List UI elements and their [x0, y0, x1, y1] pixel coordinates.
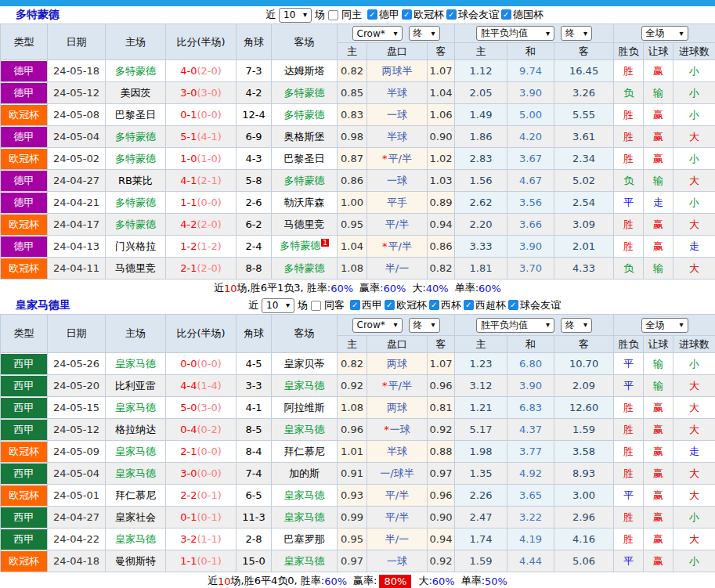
- home-team-cell: 皇家马德: [106, 397, 166, 419]
- checked-checkbox-icon[interactable]: [501, 9, 511, 20]
- away-team-link[interactable]: 勒沃库森: [284, 197, 325, 208]
- league-cell: 德甲: [1, 170, 48, 192]
- recent-count-select[interactable]: 10: [279, 8, 312, 23]
- date-cell: 24-04-17: [48, 214, 106, 236]
- away-team-link[interactable]: 皇家马德: [284, 424, 325, 435]
- outcome-cell: 平: [614, 353, 644, 375]
- home-team-link[interactable]: 多特蒙德: [115, 131, 156, 142]
- avg-home-cell: 2.47: [455, 507, 507, 528]
- away-team-link[interactable]: 多特蒙德: [284, 87, 325, 99]
- away-team-link[interactable]: 皇家贝蒂: [284, 358, 325, 370]
- odds-source-select[interactable]: Crow*: [352, 318, 403, 333]
- home-team-link[interactable]: 多特蒙德: [115, 197, 156, 208]
- away-team-link[interactable]: 阿拉维斯: [284, 402, 325, 413]
- away-team-link[interactable]: 多特蒙德: [284, 262, 325, 274]
- outcome-cell: 平: [614, 375, 644, 397]
- home-team-link[interactable]: 多特蒙德: [115, 65, 156, 77]
- home-team-cell: 美因茨: [106, 82, 166, 104]
- checked-checkbox-icon[interactable]: [385, 300, 395, 310]
- odds-source-select[interactable]: Crow*: [352, 26, 403, 41]
- home-team-link[interactable]: 比利亚雷: [115, 380, 156, 391]
- handicap-text: 平/半: [388, 153, 412, 164]
- handicap-result-cell: 赢: [644, 214, 673, 236]
- handicap-cell: 两球: [367, 397, 428, 419]
- scope-select[interactable]: 全场: [641, 26, 688, 41]
- same-away-checkbox[interactable]: [311, 301, 321, 311]
- away-team-link[interactable]: 加的斯: [289, 467, 320, 479]
- league-filter: 欧冠杯: [402, 8, 444, 22]
- avg-away-cell: 16.45: [554, 60, 614, 82]
- odds-final-select[interactable]: 终: [409, 318, 440, 333]
- avg-final-select[interactable]: 终: [561, 318, 592, 333]
- home-team-link[interactable]: 皇家马德: [115, 358, 156, 370]
- away-team-link[interactable]: 皇家马德: [284, 511, 325, 523]
- outcome-cell: 胜: [614, 126, 644, 148]
- avg-home-cell: 2.05: [455, 82, 507, 104]
- away-team-link[interactable]: 皇家马德: [284, 555, 325, 567]
- away-team-link[interactable]: 马德里竞: [284, 218, 325, 230]
- odds-away-cell: 1.07: [428, 353, 455, 375]
- home-team-link[interactable]: 皇家马德: [115, 446, 156, 457]
- home-team-link[interactable]: 皇家马德: [115, 467, 156, 479]
- away-team-cell: 多特蒙德: [272, 258, 338, 280]
- checked-checkbox-icon[interactable]: [508, 300, 518, 310]
- away-team-link[interactable]: 皇家马德: [284, 489, 325, 501]
- outcome-cell: 胜: [614, 441, 644, 463]
- corner-cell: 6-2: [237, 214, 272, 236]
- home-team-link[interactable]: 格拉纳达: [115, 424, 156, 435]
- away-team-link[interactable]: 多特蒙德: [280, 240, 320, 252]
- avg-final-select[interactable]: 终: [561, 26, 592, 41]
- home-team-link[interactable]: 巴黎圣日: [115, 109, 156, 121]
- home-team-link[interactable]: 皇家马德: [115, 402, 156, 413]
- home-team-link[interactable]: RB莱比: [118, 175, 153, 186]
- home-team-link[interactable]: 皇家马德: [115, 533, 156, 545]
- home-team-link[interactable]: 皇家社会: [115, 511, 156, 523]
- scope-select[interactable]: 全场: [641, 318, 688, 333]
- filter-label: 欧冠杯: [413, 8, 444, 22]
- checked-checkbox-icon[interactable]: [429, 300, 439, 310]
- away-team-link[interactable]: 多特蒙德: [284, 109, 325, 121]
- avg-draw-cell: 3.22: [507, 507, 554, 528]
- away-team-link[interactable]: 拜仁慕尼: [284, 446, 325, 457]
- checked-checkbox-icon[interactable]: [350, 300, 360, 310]
- away-team-link[interactable]: 多特蒙德: [284, 175, 325, 186]
- league-filters: 西甲欧冠杯西杯西超杯球会友谊: [348, 298, 561, 313]
- half-time-score: (0-0): [197, 197, 221, 208]
- filter-label: 西超杯: [475, 298, 506, 312]
- home-team-link[interactable]: 拜仁慕尼: [115, 489, 156, 501]
- same-home-checkbox[interactable]: [328, 10, 338, 20]
- avg-source-select[interactable]: 胜平负均值: [476, 318, 554, 333]
- home-team-link[interactable]: 门兴格拉: [115, 240, 156, 252]
- away-team-link[interactable]: 皇家马德: [284, 380, 325, 391]
- away-team-link[interactable]: 达姆斯塔: [284, 65, 325, 77]
- home-team-link[interactable]: 美因茨: [121, 87, 151, 99]
- league-cell: 德甲: [1, 236, 48, 258]
- recent-count-select[interactable]: 10: [262, 298, 294, 313]
- checked-checkbox-icon[interactable]: [402, 9, 412, 20]
- red-card-badge: 1: [321, 239, 329, 247]
- handicap-cell: 平/半: [367, 485, 428, 507]
- odds-final-select[interactable]: 终: [409, 26, 440, 41]
- league-badge: 西甲: [1, 529, 47, 550]
- match-row: 德甲24-04-21多特蒙德1-1(0-0)2-6勒沃库森1.00平手0.892…: [1, 192, 715, 214]
- checked-checkbox-icon[interactable]: [367, 9, 377, 20]
- home-team-cell: 多特蒙德: [106, 214, 166, 236]
- checked-checkbox-icon[interactable]: [464, 300, 474, 310]
- away-team-link[interactable]: 巴塞罗那: [284, 533, 325, 545]
- home-team-cell: 多特蒙德: [106, 148, 166, 170]
- outcome-cell: 胜: [614, 60, 644, 82]
- league-cell: 欧冠杯: [1, 148, 48, 170]
- away-team-cell: 多特蒙德: [272, 170, 338, 192]
- avg-home-cell: 1.86: [455, 126, 507, 148]
- home-team-link[interactable]: 马德里竞: [115, 262, 156, 274]
- full-time-score: 4-1: [180, 175, 197, 186]
- match-row: 德甲24-05-18多特蒙德4-0(2-0)7-3达姆斯塔0.82两球半1.07…: [1, 60, 715, 82]
- away-team-link[interactable]: 奥格斯堡: [284, 131, 325, 142]
- checked-checkbox-icon[interactable]: [446, 9, 457, 20]
- odds-home-cell: 0.95: [338, 214, 367, 236]
- home-team-link[interactable]: 多特蒙德: [115, 153, 156, 164]
- away-team-link[interactable]: 巴黎圣日: [284, 153, 325, 164]
- home-team-link[interactable]: 多特蒙德: [115, 218, 156, 230]
- home-team-link[interactable]: 曼彻斯特: [115, 555, 156, 567]
- avg-source-select[interactable]: 胜平负均值: [476, 26, 554, 41]
